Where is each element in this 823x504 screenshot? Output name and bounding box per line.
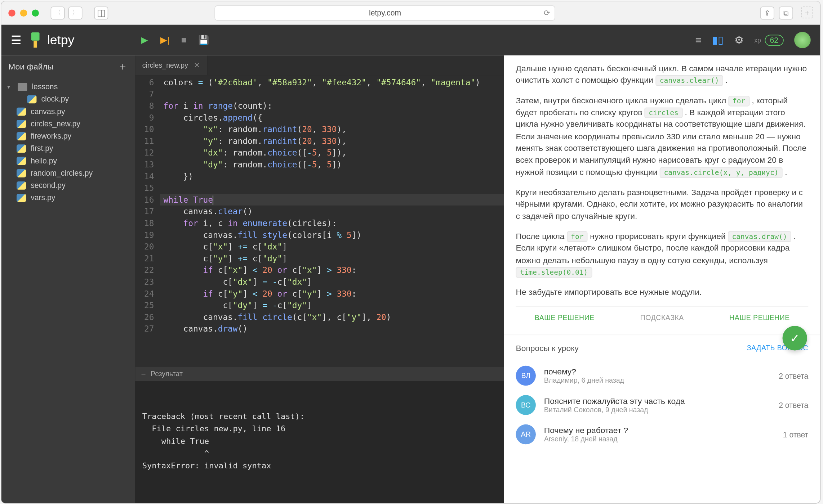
question-title: почему? — [544, 367, 771, 376]
list-icon[interactable]: ≡ — [695, 34, 701, 46]
file-panel: Мои файлы ＋ ▾lessonsclock.pycanvas.pycir… — [1, 55, 135, 503]
xp-badge: xp 62 — [754, 35, 784, 46]
file-item[interactable]: second.py — [1, 179, 135, 192]
window-zoom-icon[interactable] — [32, 9, 39, 17]
code-snippet: time.sleep(0.01) — [516, 267, 592, 278]
reload-icon[interactable]: ⟳ — [544, 8, 550, 17]
code-snippet: circles — [645, 108, 682, 118]
file-item[interactable]: random_circles.py — [1, 167, 135, 179]
run-button[interactable]: ▶ — [141, 35, 148, 45]
result-label: Результат — [151, 370, 183, 378]
file-item[interactable]: first.py — [1, 142, 135, 154]
code-snippet: for — [567, 231, 588, 242]
question-avatar: ВЛ — [516, 366, 536, 386]
tabs-icon[interactable]: ⧉ — [779, 6, 793, 19]
question-item[interactable]: ВС Поясните пожалуйста эту часть кода Ви… — [516, 390, 809, 420]
result-header[interactable]: − Результат — [135, 367, 504, 381]
python-file-icon — [17, 144, 26, 153]
app-header: ☰ letpy ▶ ▶| ■ 💾 ≡ ▮▯ ⚙ xp 62 — [1, 25, 820, 55]
traceback-text: Traceback (most recent call last): File … — [142, 410, 497, 472]
our-solution-tab[interactable]: НАШЕ РЕШЕНИЕ — [711, 307, 809, 329]
new-tab-button[interactable]: + — [801, 6, 813, 18]
question-avatar: AR — [516, 424, 536, 444]
python-file-icon — [17, 181, 26, 189]
settings-icon[interactable]: ⚙ — [734, 33, 744, 46]
question-item[interactable]: ВЛ почему? Владимир, 6 дней назад 2 отве… — [516, 361, 809, 390]
nav-back-button[interactable]: 〈 — [51, 6, 65, 19]
question-avatar: ВС — [516, 395, 536, 415]
collapse-icon[interactable]: − — [141, 369, 146, 379]
file-item[interactable]: canvas.py — [1, 105, 135, 117]
lesson-paragraph: Затем, внутри бесконечного цикла нужно с… — [516, 94, 809, 178]
python-file-icon — [17, 193, 26, 202]
python-file-icon — [17, 132, 26, 140]
lesson-panel: Дальше нужно сделать бесконечный цикл. В… — [504, 55, 820, 503]
answer-count: 2 ответа — [779, 401, 808, 409]
python-file-icon — [17, 120, 26, 128]
answer-count: 1 ответ — [783, 430, 809, 438]
xp-label: xp — [754, 36, 761, 44]
xp-value: 62 — [765, 35, 784, 46]
question-meta: Виталий Соколов, 9 дней назад — [544, 406, 771, 414]
brand-text: letpy — [47, 32, 75, 48]
step-button[interactable]: ▶| — [160, 35, 170, 45]
lesson-paragraph: После цикла for нужно прорисовать круги … — [516, 230, 809, 278]
file-item[interactable]: fireworks.py — [1, 130, 135, 142]
code-snippet: for — [729, 96, 749, 106]
code-editor[interactable]: 6789101112131415161718192021222324252627… — [135, 75, 504, 367]
file-item[interactable]: clock.py — [1, 93, 135, 105]
folder-item[interactable]: ▾lessons — [1, 80, 135, 93]
submit-button[interactable]: ✓ — [783, 326, 807, 350]
question-meta: Arseniy, 18 дней назад — [544, 435, 775, 443]
sidebar-toggle-icon[interactable]: ◫ — [94, 6, 108, 19]
output-panel: Traceback (most recent call last): File … — [135, 381, 504, 503]
qa-title: Вопросы к уроку — [516, 343, 579, 353]
lesson-paragraph: Круги необязательно делать разноцветными… — [516, 186, 809, 222]
stop-button[interactable]: ■ — [181, 35, 187, 45]
code-snippet: canvas.clear() — [655, 75, 723, 86]
question-title: Почему не работает ? — [544, 426, 775, 435]
your-solution-tab[interactable]: ВАШЕ РЕШЕНИЕ — [516, 307, 614, 329]
save-button[interactable]: 💾 — [198, 35, 209, 45]
file-item[interactable]: vars.py — [1, 192, 135, 204]
share-icon[interactable]: ⇪ — [760, 6, 774, 19]
tab-close-icon[interactable]: ✕ — [194, 61, 200, 69]
code-snippet: canvas.circle(x, y, радиус) — [660, 167, 783, 177]
answer-count: 2 ответа — [779, 371, 808, 380]
file-item[interactable]: circles_new.py — [1, 117, 135, 130]
lesson-paragraph: Дальше нужно сделать бесконечный цикл. В… — [516, 62, 809, 86]
file-item[interactable]: hello.py — [1, 154, 135, 167]
logo[interactable]: letpy — [30, 32, 75, 48]
lesson-paragraph: Не забудьте импортировать все нужные мод… — [516, 286, 809, 298]
window-minimize-icon[interactable] — [20, 9, 27, 17]
folder-icon — [18, 83, 27, 91]
menu-icon[interactable]: ☰ — [11, 33, 21, 47]
python-file-icon — [27, 95, 36, 103]
question-meta: Владимир, 6 дней назад — [544, 376, 771, 384]
hint-tab[interactable]: ПОДСКАЗКА — [613, 307, 711, 329]
files-title: Мои файлы — [8, 62, 53, 71]
nav-forward-button[interactable]: 〉 — [68, 6, 82, 19]
question-item[interactable]: AR Почему не работает ? Arseniy, 18 дней… — [516, 420, 809, 449]
window-close-icon[interactable] — [8, 9, 15, 17]
url-text: letpy.com — [369, 8, 401, 17]
logo-mark-icon — [30, 32, 41, 48]
panel-icon[interactable]: ▮▯ — [712, 33, 724, 46]
address-bar[interactable]: letpy.com ⟳ — [215, 5, 555, 20]
python-file-icon — [17, 169, 26, 177]
python-file-icon — [17, 107, 26, 116]
tab-label: circles_new.py — [142, 61, 188, 69]
question-title: Поясните пожалуйста эту часть кода — [544, 396, 771, 406]
editor-tab[interactable]: circles_new.py ✕ — [135, 55, 208, 75]
python-file-icon — [17, 157, 26, 165]
user-avatar[interactable] — [794, 32, 811, 48]
new-file-button[interactable]: ＋ — [117, 59, 128, 73]
code-snippet: canvas.draw() — [728, 231, 791, 242]
